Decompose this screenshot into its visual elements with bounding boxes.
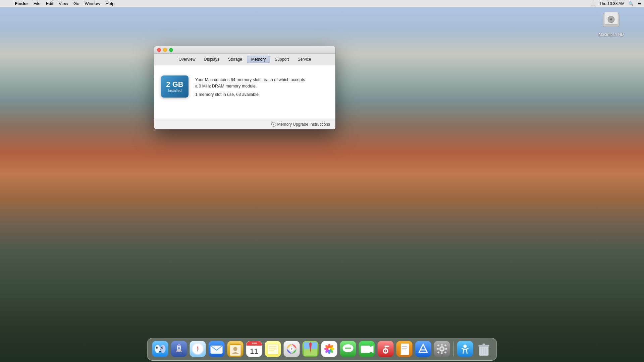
dock-item-ibooks[interactable] <box>396 340 413 358</box>
ibooks-icon <box>396 341 413 357</box>
svg-point-11 <box>162 347 163 348</box>
menu-window[interactable]: Window <box>82 0 103 7</box>
tab-displays[interactable]: Displays <box>200 56 223 63</box>
appstore-icon <box>415 341 431 357</box>
airplay-icon[interactable]: ⬜ <box>590 1 595 6</box>
dock-item-accessibility[interactable] <box>457 340 474 358</box>
clock: Thu 10:38 AM <box>599 1 625 6</box>
memory-description-line1: Your Mac contains 64 memory slots, each … <box>195 77 305 82</box>
window-maximize-button[interactable] <box>169 48 173 52</box>
dock-item-calendar[interactable]: JUN 11 <box>246 340 263 358</box>
macintosh-hd-icon[interactable]: Macintosh HD <box>599 9 624 37</box>
dock-item-mail[interactable] <box>208 340 225 358</box>
svg-rect-83 <box>437 348 439 350</box>
dock-item-trash[interactable] <box>475 340 493 358</box>
tab-memory[interactable]: Memory <box>247 56 270 63</box>
dock-item-launchpad[interactable] <box>170 340 188 358</box>
dock-item-appstore[interactable] <box>415 340 432 358</box>
svg-point-8 <box>156 347 158 349</box>
menu-help[interactable]: Help <box>103 0 117 7</box>
sysprefs-icon <box>434 341 450 357</box>
window-footer: i Memory Upgrade Instructions <box>154 119 335 129</box>
menu-go[interactable]: Go <box>71 0 82 7</box>
dock-separator <box>453 342 454 356</box>
dock-item-maps[interactable] <box>302 340 319 358</box>
upgrade-link-text: Memory Upgrade Instructions <box>277 122 330 127</box>
svg-rect-88 <box>444 351 446 354</box>
dock-item-reminders[interactable] <box>283 340 301 358</box>
info-icon: i <box>271 122 276 127</box>
memory-description: Your Mac contains 64 memory slots, each … <box>195 77 305 89</box>
safari-icon <box>190 341 206 357</box>
memory-size: 2 GB <box>166 80 183 88</box>
messages-icon <box>340 341 356 357</box>
maps-icon <box>303 341 319 357</box>
mail-icon <box>209 341 225 357</box>
menubar-right: ⬜ Thu 10:38 AM 🔍 ☰ <box>590 1 641 6</box>
svg-point-58 <box>345 348 347 349</box>
dock-item-notes[interactable] <box>264 340 282 358</box>
dock-item-photos[interactable] <box>321 340 338 358</box>
svg-rect-4 <box>605 24 617 25</box>
window-titlebar <box>154 46 335 54</box>
svg-rect-84 <box>445 348 447 350</box>
svg-rect-87 <box>437 351 439 354</box>
dock-item-contacts[interactable] <box>227 340 244 358</box>
app-name[interactable]: Finder <box>12 0 31 7</box>
memory-badge: 2 GB Installed <box>161 75 189 98</box>
apple-menu[interactable] <box>3 0 8 7</box>
finder-icon <box>152 341 168 357</box>
svg-point-90 <box>464 345 467 348</box>
svg-marker-14 <box>178 343 180 346</box>
svg-rect-71 <box>400 344 409 355</box>
reminders-icon <box>284 341 300 357</box>
svg-marker-63 <box>370 346 374 353</box>
svg-point-3 <box>610 18 612 20</box>
svg-rect-96 <box>483 344 485 345</box>
accessibility-icon <box>457 341 473 357</box>
hd-drive-icon <box>600 9 622 31</box>
svg-point-18 <box>178 347 180 349</box>
dock-item-itunes[interactable] <box>377 340 394 358</box>
svg-point-9 <box>161 347 163 349</box>
menubar: Finder File Edit View Go Window Help ⬜ T… <box>0 0 644 7</box>
search-icon[interactable]: 🔍 <box>629 1 634 6</box>
svg-point-59 <box>347 348 349 349</box>
dock-item-sysprefs[interactable] <box>433 340 451 358</box>
dock-item-finder[interactable] <box>152 340 169 358</box>
memory-info: Your Mac contains 64 memory slots, each … <box>195 75 305 97</box>
svg-point-6 <box>155 345 160 353</box>
svg-rect-74 <box>402 348 407 349</box>
memory-installed-label: Installed <box>168 88 182 93</box>
menu-file[interactable]: File <box>31 0 43 7</box>
svg-rect-73 <box>402 346 407 347</box>
svg-rect-81 <box>441 344 443 346</box>
memory-upgrade-link[interactable]: i Memory Upgrade Instructions <box>271 122 330 127</box>
memory-slots-info: 1 memory slot in use, 63 available <box>195 92 305 97</box>
svg-marker-17 <box>181 350 182 352</box>
svg-marker-16 <box>176 350 177 352</box>
svg-point-54 <box>328 348 330 350</box>
calendar-icon: JUN 11 <box>246 341 262 357</box>
menu-edit[interactable]: Edit <box>43 0 56 7</box>
window-minimize-button[interactable] <box>163 48 167 52</box>
tab-support[interactable]: Support <box>271 56 293 63</box>
trash-icon <box>476 341 492 357</box>
launchpad-icon <box>171 341 187 357</box>
svg-rect-75 <box>402 350 406 350</box>
tab-service[interactable]: Service <box>293 56 315 63</box>
window-content: 2 GB Installed Your Mac contains 64 memo… <box>154 65 335 119</box>
dock-item-facetime[interactable] <box>358 340 376 358</box>
dock-item-safari[interactable] <box>189 340 207 358</box>
tab-overview[interactable]: Overview <box>175 56 200 63</box>
control-strip-icon[interactable]: ☰ <box>638 1 641 6</box>
window-close-button[interactable] <box>157 48 161 52</box>
svg-point-80 <box>441 348 443 350</box>
dock-item-messages[interactable] <box>339 340 357 358</box>
macintosh-hd-label: Macintosh HD <box>599 32 624 37</box>
tab-storage[interactable]: Storage <box>224 56 246 63</box>
menu-view[interactable]: View <box>56 0 71 7</box>
notes-icon <box>265 341 281 357</box>
svg-rect-72 <box>400 344 401 355</box>
svg-point-69 <box>385 350 386 352</box>
